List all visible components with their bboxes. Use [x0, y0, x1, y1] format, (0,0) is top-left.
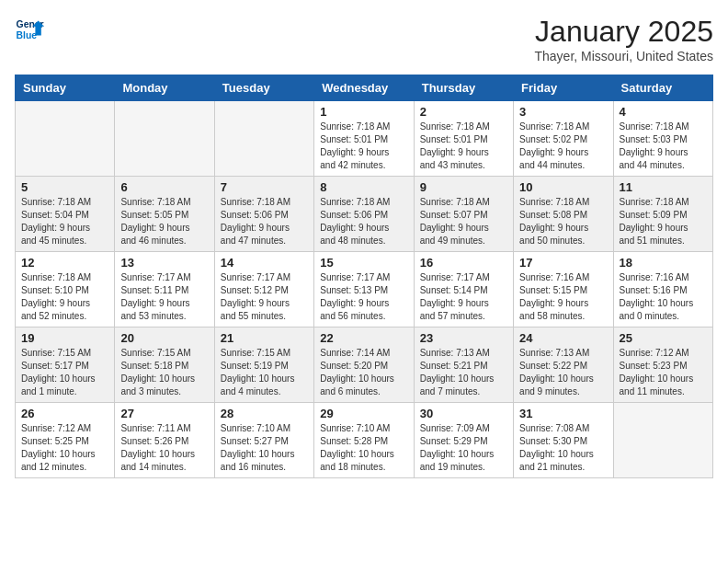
- weekday-header-friday: Friday: [514, 75, 613, 101]
- day-number: 16: [420, 256, 507, 270]
- calendar-cell: 28Sunrise: 7:10 AM Sunset: 5:27 PM Dayli…: [214, 403, 313, 478]
- day-number: 15: [320, 256, 407, 270]
- day-number: 5: [21, 180, 108, 194]
- day-number: 1: [320, 105, 407, 119]
- day-number: 8: [320, 180, 407, 194]
- day-info: Sunrise: 7:18 AM Sunset: 5:06 PM Dayligh…: [320, 196, 407, 247]
- day-number: 10: [519, 180, 607, 194]
- day-info: Sunrise: 7:10 AM Sunset: 5:27 PM Dayligh…: [221, 422, 308, 474]
- day-info: Sunrise: 7:18 AM Sunset: 5:06 PM Dayligh…: [221, 196, 308, 247]
- calendar-table: SundayMondayTuesdayWednesdayThursdayFrid…: [15, 75, 713, 478]
- location-subtitle: Thayer, Missouri, United States: [534, 49, 713, 63]
- calendar-cell: 2Sunrise: 7:18 AM Sunset: 5:01 PM Daylig…: [414, 101, 513, 177]
- calendar-cell: 9Sunrise: 7:18 AM Sunset: 5:07 PM Daylig…: [414, 177, 513, 252]
- day-number: 26: [21, 407, 108, 420]
- weekday-header-saturday: Saturday: [613, 75, 712, 101]
- day-info: Sunrise: 7:18 AM Sunset: 5:01 PM Dayligh…: [420, 121, 507, 172]
- calendar-cell: 12Sunrise: 7:18 AM Sunset: 5:10 PM Dayli…: [16, 252, 115, 327]
- day-number: 27: [120, 407, 208, 420]
- day-info: Sunrise: 7:15 AM Sunset: 5:19 PM Dayligh…: [221, 347, 308, 398]
- month-year-title: January 2025: [534, 15, 713, 49]
- calendar-cell: 4Sunrise: 7:18 AM Sunset: 5:03 PM Daylig…: [613, 101, 712, 177]
- day-info: Sunrise: 7:12 AM Sunset: 5:23 PM Dayligh…: [620, 347, 707, 398]
- calendar-cell: 18Sunrise: 7:16 AM Sunset: 5:16 PM Dayli…: [613, 252, 712, 327]
- day-number: 19: [21, 331, 108, 345]
- svg-text:Blue: Blue: [17, 30, 38, 40]
- day-info: Sunrise: 7:15 AM Sunset: 5:17 PM Dayligh…: [21, 347, 108, 398]
- day-number: 28: [221, 407, 308, 420]
- day-number: 23: [420, 331, 507, 345]
- day-info: Sunrise: 7:18 AM Sunset: 5:03 PM Dayligh…: [620, 121, 707, 172]
- weekday-header-sunday: Sunday: [16, 75, 115, 101]
- day-number: 13: [120, 256, 208, 270]
- calendar-cell: 6Sunrise: 7:18 AM Sunset: 5:05 PM Daylig…: [115, 177, 214, 252]
- day-info: Sunrise: 7:17 AM Sunset: 5:14 PM Dayligh…: [420, 271, 507, 323]
- day-info: Sunrise: 7:16 AM Sunset: 5:15 PM Dayligh…: [519, 271, 607, 323]
- day-info: Sunrise: 7:18 AM Sunset: 5:04 PM Dayligh…: [21, 196, 108, 247]
- day-info: Sunrise: 7:10 AM Sunset: 5:28 PM Dayligh…: [320, 422, 407, 474]
- week-row-4: 19Sunrise: 7:15 AM Sunset: 5:17 PM Dayli…: [16, 327, 713, 403]
- day-info: Sunrise: 7:17 AM Sunset: 5:11 PM Dayligh…: [120, 271, 208, 323]
- day-info: Sunrise: 7:17 AM Sunset: 5:12 PM Dayligh…: [221, 271, 308, 323]
- day-number: 17: [519, 256, 607, 270]
- week-row-2: 5Sunrise: 7:18 AM Sunset: 5:04 PM Daylig…: [16, 177, 713, 252]
- day-info: Sunrise: 7:11 AM Sunset: 5:26 PM Dayligh…: [120, 422, 208, 474]
- day-info: Sunrise: 7:17 AM Sunset: 5:13 PM Dayligh…: [320, 271, 407, 323]
- calendar-cell: [214, 101, 313, 177]
- day-number: 18: [620, 256, 707, 270]
- title-block: January 2025 Thayer, Missouri, United St…: [534, 15, 713, 63]
- day-number: 2: [420, 105, 507, 119]
- logo: General Blue: [15, 15, 44, 44]
- day-number: 6: [120, 180, 208, 194]
- day-number: 22: [320, 331, 407, 345]
- calendar-cell: 21Sunrise: 7:15 AM Sunset: 5:19 PM Dayli…: [214, 327, 313, 403]
- calendar-cell: [115, 101, 214, 177]
- calendar-cell: 26Sunrise: 7:12 AM Sunset: 5:25 PM Dayli…: [16, 403, 115, 478]
- calendar-cell: 30Sunrise: 7:09 AM Sunset: 5:29 PM Dayli…: [414, 403, 513, 478]
- day-info: Sunrise: 7:14 AM Sunset: 5:20 PM Dayligh…: [320, 347, 407, 398]
- day-number: 24: [519, 331, 607, 345]
- calendar-cell: 7Sunrise: 7:18 AM Sunset: 5:06 PM Daylig…: [214, 177, 313, 252]
- day-info: Sunrise: 7:18 AM Sunset: 5:05 PM Dayligh…: [120, 196, 208, 247]
- calendar-cell: 8Sunrise: 7:18 AM Sunset: 5:06 PM Daylig…: [314, 177, 414, 252]
- weekday-header-row: SundayMondayTuesdayWednesdayThursdayFrid…: [16, 75, 713, 101]
- calendar-cell: 29Sunrise: 7:10 AM Sunset: 5:28 PM Dayli…: [314, 403, 414, 478]
- weekday-header-tuesday: Tuesday: [214, 75, 313, 101]
- weekday-header-monday: Monday: [115, 75, 214, 101]
- calendar-cell: 5Sunrise: 7:18 AM Sunset: 5:04 PM Daylig…: [16, 177, 115, 252]
- day-info: Sunrise: 7:18 AM Sunset: 5:07 PM Dayligh…: [420, 196, 507, 247]
- calendar-cell: 11Sunrise: 7:18 AM Sunset: 5:09 PM Dayli…: [613, 177, 712, 252]
- calendar-cell: 22Sunrise: 7:14 AM Sunset: 5:20 PM Dayli…: [314, 327, 414, 403]
- day-info: Sunrise: 7:18 AM Sunset: 5:09 PM Dayligh…: [620, 196, 707, 247]
- day-info: Sunrise: 7:13 AM Sunset: 5:21 PM Dayligh…: [420, 347, 507, 398]
- day-number: 29: [320, 407, 407, 420]
- page-header: General Blue January 2025 Thayer, Missou…: [15, 15, 713, 63]
- day-number: 11: [620, 180, 707, 194]
- day-info: Sunrise: 7:12 AM Sunset: 5:25 PM Dayligh…: [21, 422, 108, 474]
- day-info: Sunrise: 7:18 AM Sunset: 5:08 PM Dayligh…: [519, 196, 607, 247]
- day-number: 25: [620, 331, 707, 345]
- week-row-3: 12Sunrise: 7:18 AM Sunset: 5:10 PM Dayli…: [16, 252, 713, 327]
- day-number: 3: [519, 105, 607, 119]
- day-info: Sunrise: 7:08 AM Sunset: 5:30 PM Dayligh…: [519, 422, 607, 474]
- calendar-cell: 13Sunrise: 7:17 AM Sunset: 5:11 PM Dayli…: [115, 252, 214, 327]
- day-number: 31: [519, 407, 607, 420]
- logo-icon: General Blue: [15, 15, 44, 44]
- day-number: 7: [221, 180, 308, 194]
- calendar-cell: 23Sunrise: 7:13 AM Sunset: 5:21 PM Dayli…: [414, 327, 513, 403]
- day-number: 30: [420, 407, 507, 420]
- day-info: Sunrise: 7:16 AM Sunset: 5:16 PM Dayligh…: [620, 271, 707, 323]
- week-row-1: 1Sunrise: 7:18 AM Sunset: 5:01 PM Daylig…: [16, 101, 713, 177]
- calendar-cell: 17Sunrise: 7:16 AM Sunset: 5:15 PM Dayli…: [514, 252, 613, 327]
- day-number: 21: [221, 331, 308, 345]
- weekday-header-wednesday: Wednesday: [314, 75, 414, 101]
- calendar-cell: [613, 403, 712, 478]
- calendar-cell: 16Sunrise: 7:17 AM Sunset: 5:14 PM Dayli…: [414, 252, 513, 327]
- day-number: 9: [420, 180, 507, 194]
- calendar-cell: 1Sunrise: 7:18 AM Sunset: 5:01 PM Daylig…: [314, 101, 414, 177]
- calendar-cell: 3Sunrise: 7:18 AM Sunset: 5:02 PM Daylig…: [514, 101, 613, 177]
- day-number: 20: [120, 331, 208, 345]
- calendar-cell: 20Sunrise: 7:15 AM Sunset: 5:18 PM Dayli…: [115, 327, 214, 403]
- day-info: Sunrise: 7:18 AM Sunset: 5:02 PM Dayligh…: [519, 121, 607, 172]
- day-number: 4: [620, 105, 707, 119]
